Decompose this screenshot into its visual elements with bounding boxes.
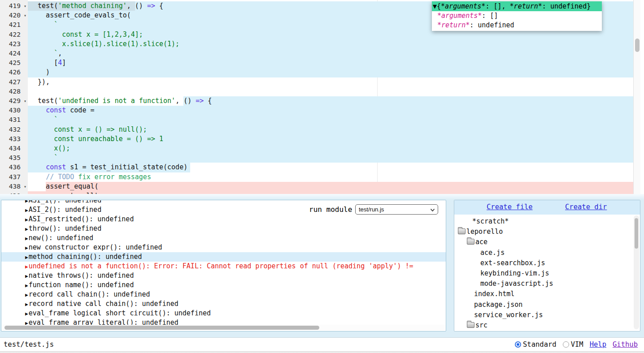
gutter-line-number[interactable]: 420▾: [0, 11, 28, 20]
file-tree-item[interactable]: leporello: [454, 227, 634, 237]
gutter-line-number[interactable]: 434: [0, 144, 28, 153]
radio-standard-icon[interactable]: [515, 341, 521, 348]
file-tree-item[interactable]: ace.js: [454, 248, 634, 258]
keybinding-standard-label[interactable]: Standard: [523, 340, 557, 349]
gutter-line-number[interactable]: 421: [0, 20, 28, 30]
expand-arrow-icon[interactable]: ▶: [25, 273, 28, 279]
expand-arrow-icon[interactable]: ▶: [25, 226, 28, 232]
tooltip-row[interactable]: *return*: undefined: [432, 21, 602, 30]
calltree-row[interactable]: ▶eval_frame array_literal(): undefined: [1, 318, 446, 325]
keybinding-standard-option[interactable]: Standard: [515, 340, 557, 349]
file-tree-item[interactable]: ext-searchbox.js: [454, 258, 634, 268]
expand-arrow-icon[interactable]: ▶: [25, 217, 28, 223]
fold-arrow-icon[interactable]: ▾: [24, 182, 26, 191]
gutter-line-number[interactable]: 436: [0, 163, 28, 172]
code-line[interactable]: [4]: [28, 58, 633, 68]
expand-arrow-icon[interactable]: ▶: [25, 207, 28, 213]
calltree-row[interactable]: ▶ASI_restrited(): undefined: [1, 215, 446, 224]
code-line[interactable]: `: [28, 153, 633, 163]
file-tree-scrollbar-thumb[interactable]: [635, 218, 638, 249]
calltree-row[interactable]: ▶function name(): undefined: [1, 280, 446, 290]
code-line[interactable]: const x = [1,2,3,4];: [28, 30, 633, 39]
tooltip-header[interactable]: ▼{*arguments*: [], *return*: undefined}: [432, 1, 602, 11]
gutter-line-number[interactable]: 424: [0, 49, 28, 58]
gutter-line-number[interactable]: 430: [0, 106, 28, 115]
code-line[interactable]: test('undefined is not a function', () =…: [28, 96, 633, 106]
code-line[interactable]: assert_equal(: [28, 182, 633, 191]
expand-arrow-icon[interactable]: ▶: [25, 311, 28, 317]
expand-arrow-icon[interactable]: ▶: [25, 292, 28, 298]
gutter-line-number[interactable]: 422: [0, 30, 28, 39]
file-tree-item[interactable]: ace: [454, 237, 634, 247]
code-line[interactable]: x.slice(1).slice(1).slice(1);: [28, 39, 633, 49]
expand-arrow-icon[interactable]: ▶: [25, 301, 28, 307]
create-file-link[interactable]: Create file: [487, 203, 533, 211]
file-tree-item[interactable]: package.json: [454, 300, 634, 310]
gutter-line-number[interactable]: 426: [0, 68, 28, 77]
code-line[interactable]: const code =: [28, 106, 633, 115]
create-dir-link[interactable]: Create dir: [565, 203, 607, 211]
gutter-line-number[interactable]: 419▾: [0, 1, 28, 11]
code-line[interactable]: `,: [28, 49, 633, 58]
calltree-row[interactable]: ▶new(): undefined: [1, 233, 446, 243]
keybinding-vim-option[interactable]: VIM: [563, 340, 583, 349]
calltree-row[interactable]: ▶eval_frame logical short circuit(): und…: [1, 309, 446, 318]
gutter-line-number[interactable]: 431: [0, 115, 28, 125]
calltree-scrollbar-thumb[interactable]: [4, 326, 319, 330]
code-line[interactable]: `: [28, 115, 633, 125]
calltree-row[interactable]: ▶record native call chain(): undefined: [1, 299, 446, 309]
file-tree-item[interactable]: *scratch*: [454, 216, 634, 227]
expand-arrow-icon[interactable]: ▶: [25, 236, 28, 241]
gutter-line-number[interactable]: 429▾: [0, 96, 28, 106]
file-tree-item[interactable]: index.html: [454, 289, 634, 299]
gutter-line-number[interactable]: 435: [0, 153, 28, 163]
code-line[interactable]: ): [28, 68, 633, 77]
calltree-row[interactable]: ▶new constructor expr(): undefined: [1, 243, 446, 252]
radio-vim-icon[interactable]: [563, 341, 569, 348]
calltree-horizontal-scrollbar[interactable]: [2, 325, 445, 331]
code-line[interactable]: const s1 = test_initial_state(code): [28, 163, 633, 172]
gutter-line-number[interactable]: 428: [0, 87, 28, 96]
file-tree-item[interactable]: src: [454, 320, 634, 331]
calltree-row[interactable]: ▶method chaining(): undefined: [1, 252, 446, 262]
file-tree-item[interactable]: ast_utils.js: [454, 331, 634, 331]
expand-arrow-icon[interactable]: ▶: [25, 245, 28, 251]
expand-arrow-icon[interactable]: ▶: [25, 254, 28, 260]
calltree-row[interactable]: ▶throw(): undefined: [1, 224, 446, 233]
code-line[interactable]: // TODO fix error messages: [28, 172, 633, 182]
help-link[interactable]: Help: [590, 340, 606, 349]
gutter-line-number[interactable]: 432: [0, 125, 28, 134]
expand-arrow-icon[interactable]: ▶: [25, 320, 28, 325]
fold-arrow-icon[interactable]: ▾: [24, 1, 26, 11]
file-tree-item[interactable]: service_worker.js: [454, 310, 634, 320]
fold-arrow-icon[interactable]: ▾: [24, 11, 26, 20]
expand-arrow-icon[interactable]: ▶: [25, 200, 28, 204]
expand-arrow-icon[interactable]: ▶: [25, 264, 28, 270]
gutter-line-number[interactable]: 438▾: [0, 182, 28, 191]
file-tree-item[interactable]: mode-javascript.js: [454, 279, 634, 289]
file-tree-item[interactable]: keybinding-vim.js: [454, 268, 634, 279]
calltree-row[interactable]: ▶undefined is not a function(): Error: F…: [1, 262, 446, 271]
code-line[interactable]: const unreachable = () => 1: [28, 134, 633, 144]
editor-scrollbar[interactable]: [633, 0, 640, 194]
calltree-row[interactable]: ▶record call chain(): undefined: [1, 290, 446, 299]
code-line[interactable]: x();: [28, 144, 633, 153]
gutter-line-number[interactable]: 437: [0, 172, 28, 182]
gutter-line-number[interactable]: 423: [0, 39, 28, 49]
fold-arrow-icon[interactable]: ▾: [24, 96, 26, 106]
run-module-select[interactable]: test/run.js: [355, 204, 438, 215]
code-line[interactable]: [28, 87, 633, 96]
gutter-line-number[interactable]: 433: [0, 134, 28, 144]
editor-scrollbar-thumb[interactable]: [635, 39, 640, 52]
gutter-line-number[interactable]: 427: [0, 77, 28, 87]
expand-arrow-icon[interactable]: ▶: [25, 283, 28, 288]
code-line[interactable]: }),: [28, 77, 633, 87]
code-editor[interactable]: 419▾420▾421422423424425426427428429▾4304…: [0, 0, 644, 194]
gutter-line-number[interactable]: 425: [0, 58, 28, 68]
file-tree-scrollbar[interactable]: [634, 215, 639, 329]
calltree-row[interactable]: ▶native throws(): undefined: [1, 271, 446, 280]
code-line[interactable]: const x = () => null();: [28, 125, 633, 134]
keybinding-vim-label[interactable]: VIM: [571, 340, 583, 349]
github-link[interactable]: Github: [613, 340, 638, 349]
tooltip-row[interactable]: *arguments*: []: [432, 11, 602, 21]
